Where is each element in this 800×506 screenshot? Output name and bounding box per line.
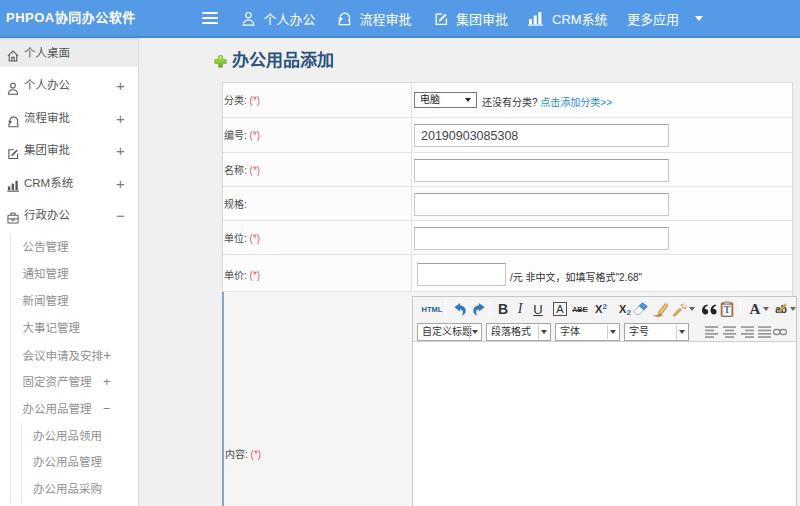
svg-text:T: T (724, 305, 731, 315)
